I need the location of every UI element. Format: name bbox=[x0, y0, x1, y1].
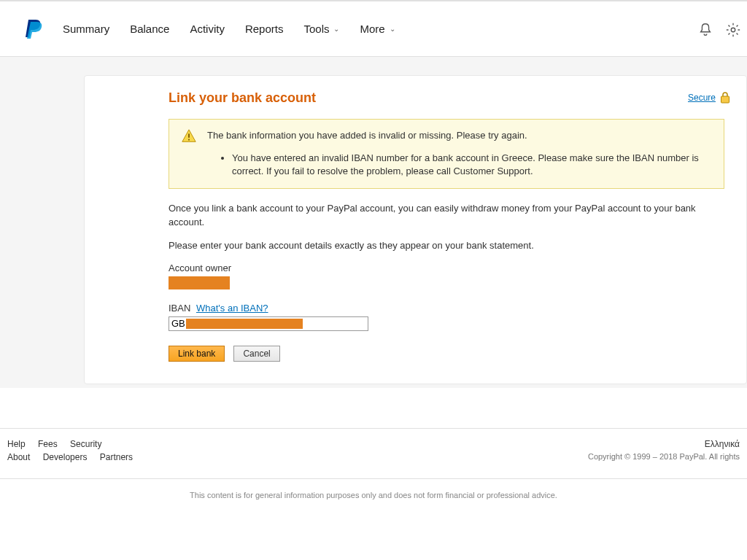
svg-rect-3 bbox=[188, 139, 190, 141]
alert-heading: The bank information you have added is i… bbox=[207, 128, 527, 141]
footer-copyright: Copyright © 1999 – 2018 PayPal. All righ… bbox=[588, 452, 740, 461]
footer-language[interactable]: Ελληνικά bbox=[588, 439, 740, 449]
iban-label: IBAN bbox=[169, 303, 190, 314]
footer-disclaimer: This content is for general information … bbox=[0, 491, 747, 499]
footer-developers[interactable]: Developers bbox=[43, 452, 88, 462]
svg-rect-2 bbox=[188, 133, 190, 138]
footer-security[interactable]: Security bbox=[70, 439, 101, 449]
link-bank-card: Secure Link your bank account bbox=[84, 75, 747, 384]
nav-summary[interactable]: Summary bbox=[63, 23, 109, 35]
alert-detail: You have entered an invalid IBAN number … bbox=[232, 152, 712, 178]
footer-fees[interactable]: Fees bbox=[38, 439, 58, 449]
footer-help[interactable]: Help bbox=[7, 439, 26, 449]
chevron-down-icon: ⌄ bbox=[333, 25, 339, 33]
gear-icon[interactable] bbox=[725, 22, 741, 38]
cancel-button[interactable]: Cancel bbox=[233, 346, 279, 362]
body-text-2: Please enter your bank account details e… bbox=[169, 239, 724, 252]
nav-balance[interactable]: Balance bbox=[130, 23, 169, 35]
account-owner-value-redacted bbox=[169, 276, 230, 289]
iban-help-link[interactable]: What's an IBAN? bbox=[196, 303, 268, 314]
paypal-logo[interactable] bbox=[26, 18, 44, 40]
footer-about[interactable]: About bbox=[7, 452, 30, 462]
account-owner-label: Account owner bbox=[169, 262, 724, 273]
chevron-down-icon: ⌄ bbox=[390, 25, 395, 33]
nav-reports[interactable]: Reports bbox=[245, 23, 284, 35]
iban-value-redacted bbox=[186, 319, 303, 329]
nav-more[interactable]: More⌄ bbox=[360, 23, 395, 35]
error-alert: The bank information you have added is i… bbox=[169, 119, 724, 189]
footer-partners[interactable]: Partners bbox=[100, 452, 133, 462]
body-text-1: Once you link a bank account to your Pay… bbox=[169, 202, 724, 228]
link-bank-button[interactable]: Link bank bbox=[169, 346, 225, 362]
nav-tools[interactable]: Tools⌄ bbox=[303, 23, 339, 35]
warning-icon bbox=[181, 128, 197, 144]
svg-point-0 bbox=[731, 28, 735, 32]
page-title: Link your bank account bbox=[169, 90, 724, 106]
nav-activity[interactable]: Activity bbox=[190, 23, 225, 35]
svg-rect-1 bbox=[721, 96, 729, 103]
lock-icon bbox=[720, 92, 730, 104]
secure-link[interactable]: Secure bbox=[688, 93, 716, 103]
bell-icon[interactable] bbox=[697, 22, 713, 38]
